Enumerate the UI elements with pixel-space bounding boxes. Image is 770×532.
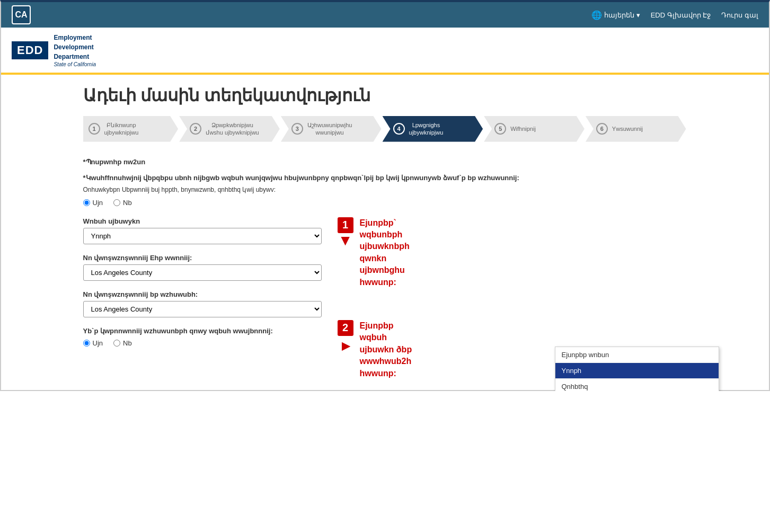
language-label: հայերեն xyxy=(604,11,634,19)
bottom-radio-yes-input[interactable] xyxy=(83,340,90,347)
step-3-label: Աշhwuwu­nipwjhuwwunipjwu xyxy=(307,121,352,137)
edd-home-label: EDD Գլխավոր Էջ xyxy=(651,11,711,19)
form-content: Wnbuh ujbuwykn Ynnph Nn վwnşwznşwnniij E… xyxy=(83,217,687,379)
gov-bar: CA 🌐 հայերեն ▾ EDD Գլխավոր Էջ Դուրս գալ xyxy=(1,2,769,28)
edd-header: EDD Employment Development Department St… xyxy=(1,28,769,75)
bottom-radio-yes-text: Ujn xyxy=(93,339,103,347)
annotation-area: 1 ▼ Ejunpbp`wqbunbphujbuwknbphqwnknujbwn… xyxy=(338,217,550,379)
annotation-2-arrow: 2 ▼ xyxy=(338,320,353,355)
step-3-number: 3 xyxy=(291,123,303,135)
step-4[interactable]: 4 Lpwgnighsujbywknipjwu xyxy=(383,116,483,142)
edd-logo-area: EDD Employment Development Department St… xyxy=(12,33,758,73)
dept-name: Employment Development Department xyxy=(54,33,96,61)
radio-no-label[interactable]: Nb xyxy=(113,199,132,207)
ca-logo-text: CA xyxy=(15,10,27,20)
annotation-2-text: Ejunpbpwqbuhujbuwkn ðbpwwwhwub2hhwwunp: xyxy=(360,320,412,379)
step-5[interactable]: 5 Wifhnipnij xyxy=(484,116,585,142)
address-select[interactable]: Ynnph xyxy=(83,228,322,244)
bottom-radio-no-label[interactable]: Nb xyxy=(113,339,132,347)
ca-logo: CA xyxy=(12,5,31,24)
logout-link[interactable]: Դուրս գալ xyxy=(721,11,758,19)
working-in-group: Nn վwnşwznşwnniij Ehp wwnniij: Los Angel… xyxy=(83,254,322,281)
radio-no-text: Nb xyxy=(123,199,132,207)
edd-logo-box: EDD xyxy=(12,41,48,59)
radio-yes-label[interactable]: Ujn xyxy=(83,199,103,207)
dropdown-item-selected[interactable]: Ynnph xyxy=(555,363,719,379)
address-label: Wnbuh ujbuwykn xyxy=(83,217,322,225)
step-2-number: 2 xyxy=(190,123,201,135)
ca-logo-area: CA xyxy=(12,5,31,24)
radio-yes-input[interactable] xyxy=(83,199,90,206)
step-1[interactable]: 1 Բնiknwunpujbywknipjwu xyxy=(83,116,179,142)
working-from-label: Nn վwnşwznşwnniij bp wzhuwubh: xyxy=(83,290,322,298)
working-from-select[interactable]: Los Angeles County xyxy=(83,301,322,317)
annotation-1-text: Ejunpbp`wqbunbphujbuwknbphqwnknujbwnbghu… xyxy=(360,217,410,288)
dropdown-popup: Ejunpbp wnbun Ynnph Qnhbthq Ubywv Afhwij… xyxy=(555,347,719,391)
annotation-2-number: 2 xyxy=(338,320,353,336)
working-in-select[interactable]: Los Angeles County xyxy=(83,264,322,281)
annotation-1-down-arrow: ▼ xyxy=(338,233,353,248)
language-dropdown-icon: ▾ xyxy=(636,11,640,19)
globe-icon: 🌐 xyxy=(591,10,602,20)
top-radio-group: Ujn Nb xyxy=(83,199,687,207)
step-5-number: 5 xyxy=(494,123,506,135)
question-text: *Կwuhffnnuhwjnij վbpqbpu ubnh nijbgwb wq… xyxy=(83,174,687,182)
working-from-group: Nn վwnşwznşwnniij bp wzhuwubh: Los Angel… xyxy=(83,290,322,317)
form-left: Wnbuh ujbuwykn Ynnph Nn վwnşwznşwnniij E… xyxy=(83,217,322,379)
annotation-2-right-arrow: ▼ xyxy=(337,339,354,354)
state-name: State of California xyxy=(54,61,96,67)
step-1-number: 1 xyxy=(88,123,100,135)
step-6-label: Ywsuwunnij xyxy=(612,125,643,132)
dropdown-item-3[interactable]: Qnhbthq xyxy=(555,379,719,391)
bottom-radio-group: Ujn Nb xyxy=(83,339,322,347)
step-4-number: 4 xyxy=(393,123,405,135)
bottom-question: Yb`p կwpnnwnniij wzhuwunbph qnwy wqbuh w… xyxy=(83,327,322,335)
required-note: *Պnupwnhp nw2un xyxy=(83,158,687,166)
bottom-radio-yes-label[interactable]: Ujn xyxy=(83,339,103,347)
annotation-1-number: 1 xyxy=(338,217,353,233)
radio-yes-text: Ujn xyxy=(93,199,103,207)
sub-text: Onhuwkybpn Ubpwnniij buj hppth, bnynwzwn… xyxy=(83,186,687,193)
step-2[interactable]: 2 Ձpwpkwb­nipjwuմwshu ujbywknipjwu xyxy=(179,116,280,142)
radio-no-input[interactable] xyxy=(113,199,120,206)
step-6[interactable]: 6 Ywsuwunnij xyxy=(586,116,686,142)
step-6-number: 6 xyxy=(596,123,608,135)
step-3[interactable]: 3 Աշhwuwu­nipwjhuwwunipjwu xyxy=(281,116,382,142)
logout-label: Դուրս գալ xyxy=(721,11,758,19)
dropdown-item-placeholder[interactable]: Ejunpbp wnbun xyxy=(555,347,719,363)
annotation-2-area: 2 ▼ Ejunpbpwqbuhujbuwkn ðbpwwwhwub2hhwwu… xyxy=(338,320,550,379)
edd-home-link[interactable]: EDD Գլխավոր Էջ xyxy=(651,11,711,19)
step-4-label: Lpwgnighsujbywknipjwu xyxy=(409,121,444,137)
bottom-radio-no-text: Nb xyxy=(123,339,132,347)
language-selector[interactable]: 🌐 հայերեն ▾ xyxy=(591,10,640,20)
annotation-1-arrow: 1 ▼ xyxy=(338,217,353,248)
step-5-label: Wifhnipnij xyxy=(510,125,536,132)
edd-logo-text: EDD xyxy=(17,43,43,57)
address-group: Wnbuh ujbuwykn Ynnph xyxy=(83,217,322,244)
step-2-label: Ձpwpkwb­nipjwuմwshu ujbywknipjwu xyxy=(206,121,259,137)
page-title: Ադեւի մասին տեղեկատվություն xyxy=(83,85,687,105)
main-content: Ադեւի մասին տեղեկատվություն 1 Բնiknwunpu… xyxy=(67,75,703,390)
step-1-label: Բնiknwunpujbywknipjwu xyxy=(104,121,139,137)
steps-container: 1 Բնiknwunpujbywknipjwu 2 Ձpwpkwb­nipjwu… xyxy=(83,116,687,142)
working-in-label: Nn վwnşwznşwnniij Ehp wwnniij: xyxy=(83,254,322,262)
bottom-radio-no-input[interactable] xyxy=(113,340,120,347)
